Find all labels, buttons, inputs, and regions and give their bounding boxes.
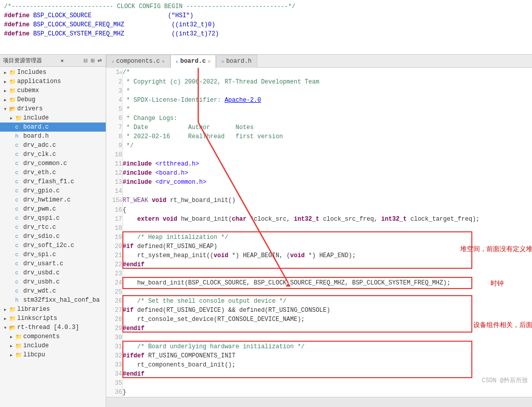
sidebar-item-board-c[interactable]: c board.c	[0, 123, 106, 132]
tab-board-h[interactable]: h board.h	[216, 55, 257, 68]
code-table: 1⊖/*2 * Copyright (c) 2006-2022, RT-Thre…	[106, 68, 532, 397]
line-number: 17	[106, 215, 122, 224]
line-content: #include <board.h>	[122, 169, 532, 178]
sidebar-item-include[interactable]: ▶ 📁 include	[0, 113, 106, 123]
sidebar-item-drv-gpio[interactable]: c drv_gpio.c	[0, 186, 106, 195]
sidebar-item-stm32[interactable]: h stm32f1xx_hal_conf_ba	[0, 296, 106, 305]
sidebar-item-drv-adc[interactable]: c drv_adc.c	[0, 141, 106, 150]
sidebar-item-rt-components[interactable]: ▶ 📁 components	[0, 332, 106, 341]
line-content: * SPDX-License-Identifier: Apache-2.0	[122, 96, 532, 105]
sidebar-item-rt-include[interactable]: ▶ 📁 include	[0, 341, 106, 350]
code-editor[interactable]: 1⊖/*2 * Copyright (c) 2006-2022, RT-Thre…	[106, 68, 532, 397]
close-icon[interactable]: ✕	[162, 59, 164, 64]
file-h-icon: h	[15, 297, 23, 303]
expand-all-button[interactable]: ⊞	[90, 57, 96, 64]
sidebar-item-linkscripts[interactable]: ▶ 📁 linkscripts	[0, 314, 106, 323]
code-line-8: 8 * 2022-02-16 RealThread first version	[106, 132, 532, 141]
sidebar-item-label: drv_spi.c	[23, 251, 56, 258]
sidebar-item-libcpu[interactable]: ▶ 📁 libcpu	[0, 350, 106, 359]
sidebar-item-drv-hwtimer[interactable]: c drv_hwtimer.c	[0, 195, 106, 205]
line-number: 1⊖	[106, 68, 122, 77]
line-number: 8	[106, 132, 122, 141]
line-number: 26	[106, 297, 122, 306]
line-content: RT_WEAK void rt_hw_board_init()	[122, 196, 532, 206]
line-content: #include <rtthread.h>	[122, 159, 532, 169]
sidebar-item-label: rt-thread [4.0.3]	[17, 324, 79, 331]
sidebar-item-board-h[interactable]: h board.h	[0, 132, 106, 141]
file-c-icon: c	[15, 170, 23, 176]
line-number: 35	[106, 379, 122, 388]
sidebar-tree[interactable]: ▶ 📁 Includes ▶ 📁 applications ▶ 📁 cubemx…	[0, 67, 106, 407]
file-c-icon: c	[15, 188, 23, 194]
close-icon[interactable]: ✕	[208, 59, 210, 64]
file-c-icon: c	[15, 124, 23, 130]
arrow-icon: ▶	[4, 89, 9, 93]
line-number: 27	[106, 306, 122, 315]
sidebar-item-label: drv_gpio.c	[23, 187, 60, 194]
line-content: #endif	[122, 324, 532, 333]
sidebar-item-label: include	[23, 342, 49, 349]
line-content: }	[122, 388, 532, 397]
sidebar-item-drv-common[interactable]: c drv_common.c	[0, 159, 106, 168]
sidebar-item-debug[interactable]: ▶ 📁 Debug	[0, 95, 106, 104]
folder-icon: 📁	[15, 115, 23, 121]
sidebar-item-libraries[interactable]: ▶ 📁 libraries	[0, 305, 106, 314]
line-content: */	[122, 141, 532, 150]
line-content	[122, 187, 532, 196]
sidebar-item-label: drv_adc.c	[23, 142, 56, 149]
sidebar-item-drv-eth[interactable]: c drv_eth.c	[0, 168, 106, 177]
file-c-icon: c	[15, 270, 23, 276]
code-line-15: 15⊖RT_WEAK void rt_hw_board_init()	[106, 196, 532, 206]
sidebar-toolbar: ⊟ ⊞ ⇄	[82, 57, 103, 64]
folder-icon: 📁	[15, 343, 23, 349]
sidebar-item-drv-soft-i2c[interactable]: c drv_soft_i2c.c	[0, 241, 106, 250]
line-number: 32	[106, 351, 122, 360]
line-content: #endif	[122, 260, 532, 269]
tab-components-c[interactable]: c components.c ✕	[106, 55, 170, 68]
sidebar-item-drv-usbh[interactable]: c drv_usbh.c	[0, 277, 106, 287]
folder-open-icon: 📂	[9, 324, 17, 331]
sidebar-item-rt-thread[interactable]: ▼ 📂 rt-thread [4.0.3]	[0, 323, 106, 332]
line-content: * Change Logs:	[122, 114, 532, 123]
code-line-19: 19 /* Heap initialization */	[106, 233, 532, 242]
folder-icon: 📁	[9, 315, 17, 322]
line-content: #include <drv_common.h>	[122, 178, 532, 187]
code-line-6: 6 * Change Logs:	[106, 114, 532, 123]
file-h-icon: h	[221, 59, 224, 64]
sidebar-item-label: board.h	[23, 133, 49, 140]
collapse-all-button[interactable]: ⊟	[82, 57, 88, 64]
sidebar-item-drv-sdio[interactable]: c drv_sdio.c	[0, 232, 106, 241]
sidebar-item-drv-usbd[interactable]: c drv_usbd.c	[0, 268, 106, 277]
sidebar-item-drv-qspi[interactable]: c drv_qspi.c	[0, 214, 106, 223]
code-line-34: 34#endif	[106, 370, 532, 379]
sidebar-item-cubemx[interactable]: ▶ 📁 cubemx	[0, 86, 106, 95]
sync-button[interactable]: ⇄	[97, 57, 103, 64]
code-line-5: 5 *	[106, 105, 532, 114]
sidebar-close-icon[interactable]: ✕	[61, 58, 64, 64]
code-line-36: 36}	[106, 388, 532, 397]
line-number: 3	[106, 87, 122, 96]
sidebar-item-drivers[interactable]: ▼ 📂 drivers	[0, 104, 106, 113]
line-content: rt_components_board_init();	[122, 360, 532, 370]
line-number: 22	[106, 260, 122, 269]
sidebar-item-drv-flash[interactable]: c drv_flash_f1.c	[0, 177, 106, 186]
sidebar-item-applications[interactable]: ▶ 📁 applications	[0, 77, 106, 86]
sidebar-item-drv-rtc[interactable]: c drv_rtc.c	[0, 223, 106, 232]
code-line-22: 22#endif	[106, 260, 532, 269]
line-number: 12	[106, 169, 122, 178]
folder-icon: 📁	[9, 88, 17, 94]
line-number: 34	[106, 370, 122, 379]
file-c-icon: c	[15, 197, 23, 203]
sidebar-item-drv-spi[interactable]: c drv_spi.c	[0, 250, 106, 259]
sidebar-item-drv-usart[interactable]: c drv_usart.c	[0, 259, 106, 268]
code-line-7: 7 * Date Author Notes	[106, 123, 532, 132]
sidebar-item-drv-clk[interactable]: c drv_clk.c	[0, 150, 106, 159]
line-number: 36	[106, 388, 122, 397]
line-number: 6	[106, 114, 122, 123]
sidebar-item-drv-pwm[interactable]: c drv_pwm.c	[0, 205, 106, 214]
sidebar-item-drv-wdt[interactable]: c drv_wdt.c	[0, 287, 106, 296]
tab-board-c[interactable]: c board.c ✕	[170, 55, 216, 68]
sidebar-item-includes[interactable]: ▶ 📁 Includes	[0, 68, 106, 77]
line-content: #ifdef RT_USING_COMPONENTS_INIT	[122, 351, 532, 360]
line-number: 21	[106, 251, 122, 260]
